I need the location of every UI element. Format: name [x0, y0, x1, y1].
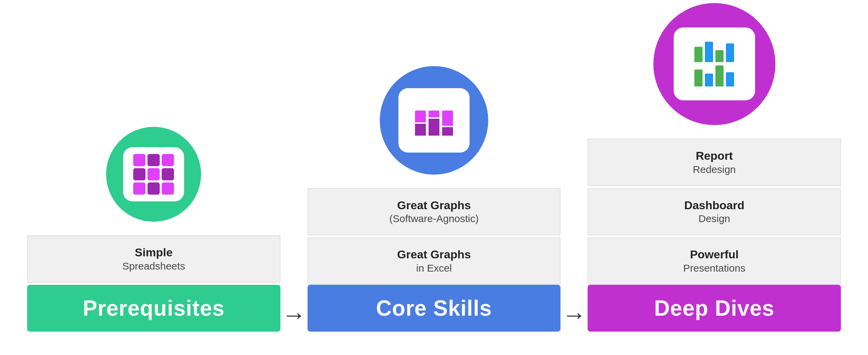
bar-bottom-1: [415, 124, 426, 136]
prerequisites-icon-circle: [106, 127, 201, 222]
deep-dives-column: Report Redesign Dashboard Design Powerfu…: [588, 3, 841, 332]
arrow-2-container: →: [560, 302, 588, 332]
bar-bottom-3: [442, 127, 453, 136]
core-skills-label-bar: Core Skills: [308, 285, 561, 332]
grid-cell: [162, 182, 174, 195]
grid-cell: [162, 168, 174, 180]
course-title: Powerful: [595, 248, 833, 261]
course-subtitle: Redesign: [595, 163, 833, 176]
course-subtitle: Spreadsheets: [35, 259, 273, 273]
prerequisites-column: Simple Spreadsheets Prerequisites: [27, 127, 280, 332]
main-container: Simple Spreadsheets Prerequisites →: [27, 3, 841, 352]
dashboard-icon: [690, 38, 738, 91]
core-skills-label: Core Skills: [376, 296, 492, 320]
deep-dives-icon-circle: [653, 3, 775, 125]
course-title: Report: [595, 149, 833, 163]
deep-dives-icon-card: [674, 27, 755, 100]
grid-cell: [147, 168, 160, 180]
dash-bar: [726, 72, 734, 86]
course-subtitle: Presentations: [595, 261, 833, 275]
deep-dives-label: Deep Dives: [654, 296, 774, 320]
dash-bar: [715, 50, 724, 62]
bar-top-1: [415, 111, 426, 122]
grid-cell: [133, 154, 145, 166]
simple-spreadsheets-card: Simple Spreadsheets: [27, 235, 280, 283]
core-skills-course-cards: Great Graphs (Software-Agnostic) Great G…: [308, 188, 561, 285]
bar-chart-icon: [412, 102, 456, 139]
core-skills-icon-card: [398, 88, 470, 153]
arrow-1: →: [282, 302, 306, 327]
course-title: Great Graphs: [315, 248, 553, 261]
course-title: Simple: [35, 245, 273, 259]
bar-top-2: [429, 111, 439, 117]
prerequisites-label-bar: Prerequisites: [27, 285, 280, 332]
dash-bar: [705, 42, 713, 62]
grid-cell: [147, 182, 160, 195]
dash-bar: [705, 74, 713, 86]
course-title: Great Graphs: [315, 198, 553, 212]
great-graphs-agnostic-card: Great Graphs (Software-Agnostic): [308, 188, 561, 236]
course-subtitle: (Software-Agnostic): [315, 212, 553, 225]
grid-icon: [133, 154, 174, 195]
powerful-presentations-card: Powerful Presentations: [588, 237, 841, 285]
bar-bottom-2: [429, 119, 439, 136]
course-title: Dashboard: [595, 198, 833, 212]
dashboard-design-card: Dashboard Design: [588, 188, 841, 236]
grid-cell: [133, 168, 145, 180]
dash-bar: [694, 47, 703, 62]
course-subtitle: Design: [595, 212, 833, 225]
report-redesign-card: Report Redesign: [588, 139, 841, 186]
grid-cell: [133, 182, 145, 195]
dashboard-top-row: [694, 42, 734, 62]
prerequisites-label: Prerequisites: [83, 296, 225, 320]
core-skills-column: Great Graphs (Software-Agnostic) Great G…: [308, 66, 561, 332]
deep-dives-label-bar: Deep Dives: [588, 285, 841, 332]
course-subtitle: in Excel: [315, 261, 553, 275]
grid-cell: [147, 154, 160, 166]
arrow-2: →: [562, 302, 586, 327]
core-skills-icon-circle: [380, 66, 488, 175]
arrow-1-container: →: [280, 302, 308, 332]
bar-top-3: [442, 111, 453, 126]
prerequisites-icon-card: [123, 147, 184, 201]
deep-dives-course-cards: Report Redesign Dashboard Design Powerfu…: [588, 139, 841, 285]
dash-bar: [726, 43, 734, 62]
dash-bar: [694, 70, 703, 86]
great-graphs-excel-card: Great Graphs in Excel: [308, 237, 561, 285]
grid-cell: [162, 154, 174, 166]
dash-bar: [715, 65, 724, 86]
dashboard-bottom-row: [694, 65, 734, 86]
